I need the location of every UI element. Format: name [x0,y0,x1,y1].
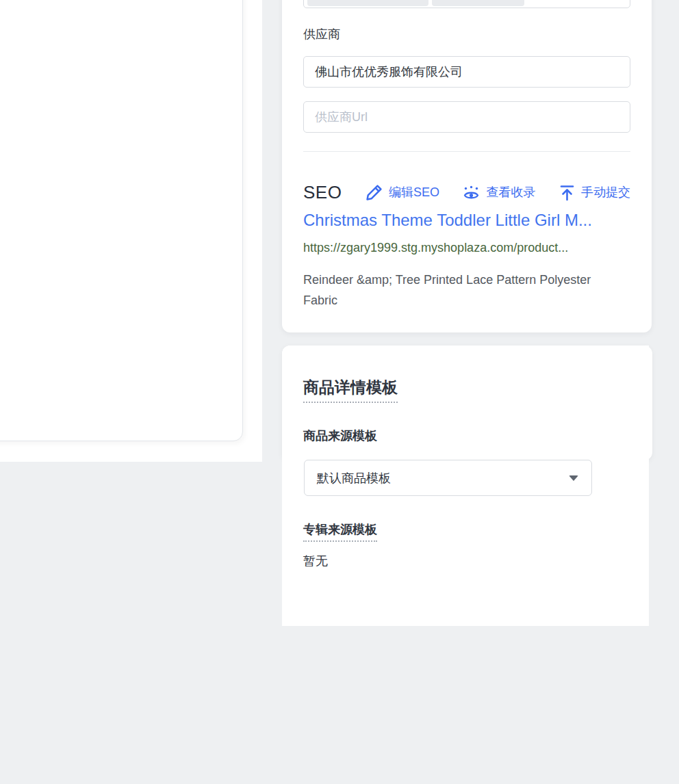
detail-template-card: 商品详情模板 商品来源模板 默认商品模板 专辑来源模板 暂无 [282,345,649,626]
supplier-label: 供应商 [303,26,340,42]
seo-preview-url: https://zgary1999.stg.myshoplaza.com/pro… [303,241,633,255]
seo-preview-description: Reindeer &amp; Tree Printed Lace Pattern… [303,270,604,311]
page: 供应商 SEO 编辑SEO [0,0,679,784]
collection-template-value: 暂无 [303,553,328,569]
product-template-select[interactable]: 默认商品模板 [304,460,592,496]
manual-submit-label: 手动提交 [581,184,630,200]
detail-template-title: 商品详情模板 [303,377,398,403]
product-template-label: 商品来源模板 [303,428,377,444]
upload-icon [559,183,576,202]
product-template-selected-value: 默认商品模板 [305,470,569,486]
chevron-down-icon [569,475,578,481]
edit-seo-button[interactable]: 编辑SEO [365,183,439,202]
supplier-seo-card: 供应商 SEO 编辑SEO [282,0,652,332]
collection-template-label: 专辑来源模板 [303,521,377,542]
seo-heading: SEO [303,182,342,203]
tags-input[interactable] [303,0,630,8]
left-content-background [0,0,262,462]
view-indexing-label: 查看收录 [486,184,535,200]
tag-chip [432,0,524,6]
left-panel-card [0,0,243,441]
tag-chip [307,0,428,6]
view-indexing-button[interactable]: 查看收录 [462,183,535,202]
pencil-icon [365,183,383,202]
seo-toolbar: SEO 编辑SEO [303,179,630,205]
supplier-input[interactable] [303,56,630,88]
seo-preview-title: Christmas Theme Toddler Little Girl M... [303,211,633,230]
supplier-url-input[interactable] [303,101,630,133]
manual-submit-button[interactable]: 手动提交 [559,183,630,202]
divider [303,151,630,152]
eye-icon [462,183,481,202]
edit-seo-label: 编辑SEO [389,184,439,200]
